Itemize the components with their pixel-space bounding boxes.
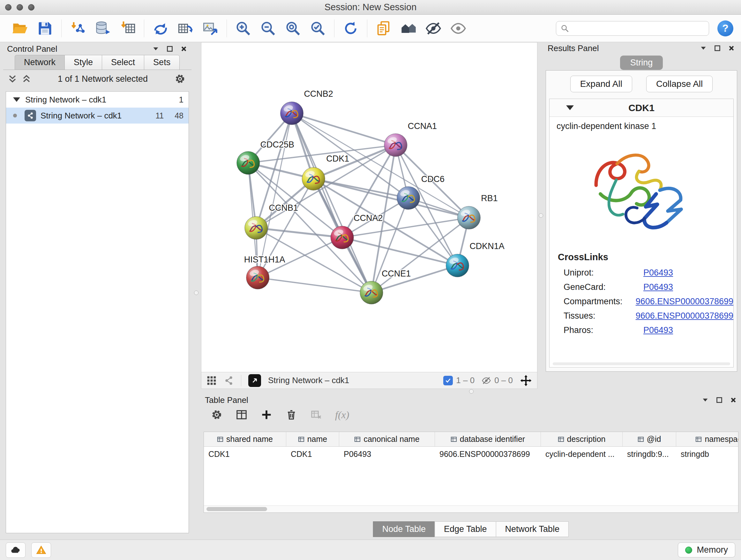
results-horizontal-scrollbar[interactable] <box>553 362 730 365</box>
open-session-button[interactable] <box>10 18 30 38</box>
crosslink-link[interactable]: P06493 <box>643 325 673 335</box>
edge-HIST1H1A-CCNE1[interactable] <box>258 278 372 293</box>
table-row[interactable]: CDK1CDK1P064939606.ENSP00000378699cyclin… <box>204 447 738 461</box>
panel-float-icon[interactable] <box>716 396 723 404</box>
clear-table-icon[interactable] <box>310 409 322 421</box>
zoom-fit-button[interactable] <box>282 18 304 38</box>
column-header-description[interactable]: description <box>541 432 623 446</box>
birds-eye-move-icon[interactable] <box>520 374 532 387</box>
zoom-out-button[interactable] <box>258 18 279 38</box>
network-canvas[interactable]: CCNB2CCNA1CDC25BCDK1CDC6RB1CCNB1CCNA2CDK… <box>201 42 537 372</box>
panel-close-icon[interactable] <box>728 44 735 52</box>
column-header-database-identifier[interactable]: database identifier <box>435 432 541 446</box>
panel-float-icon[interactable] <box>166 45 174 53</box>
splitter-handle[interactable] <box>539 213 543 218</box>
warnings-button[interactable] <box>31 543 51 558</box>
share-view-icon[interactable] <box>224 375 234 386</box>
select-columns-icon[interactable] <box>235 409 248 421</box>
refresh-layout-button[interactable] <box>340 18 361 38</box>
scrollbar-thumb[interactable] <box>206 507 267 511</box>
network-node-CDC25B[interactable] <box>237 151 260 174</box>
tab-style[interactable]: Style <box>64 55 102 70</box>
open-external-button[interactable] <box>248 374 261 387</box>
panel-menu-icon[interactable] <box>701 396 709 404</box>
splitter-handle[interactable] <box>469 389 474 394</box>
cloud-status-button[interactable] <box>6 543 25 558</box>
tab-node-table[interactable]: Node Table <box>373 521 435 537</box>
network-node-RB1[interactable] <box>457 206 480 229</box>
edge-CCNB2-RB1[interactable] <box>292 113 469 218</box>
network-node-CCNB2[interactable] <box>280 102 304 125</box>
network-collection-row[interactable]: String Network – cdk1 1 <box>6 91 189 108</box>
edge-CCNB2-CCNA1[interactable] <box>292 113 395 145</box>
function-builder-icon[interactable]: f(x) <box>335 409 349 421</box>
panel-float-icon[interactable] <box>714 44 721 52</box>
column-header-shared-name[interactable]: shared name <box>204 432 286 446</box>
show-all-button[interactable] <box>448 18 469 38</box>
home-button[interactable] <box>398 18 419 38</box>
network-row-selected[interactable]: String Network – cdk1 11 48 <box>6 108 189 124</box>
memory-button[interactable]: Memory <box>678 543 735 557</box>
panel-menu-icon[interactable] <box>699 44 707 52</box>
crosslink-link[interactable]: P06493 <box>643 282 673 292</box>
crosslink-link[interactable]: 9606.ENSP00000378699 <box>636 297 733 307</box>
hidden-eye-slash-icon[interactable] <box>482 376 491 385</box>
gene-card-header[interactable]: CDK1 <box>549 99 733 117</box>
zoom-selected-button[interactable] <box>307 18 328 38</box>
network-node-CCNA1[interactable] <box>384 133 407 157</box>
collapse-gene-icon[interactable] <box>566 105 574 110</box>
grid-view-icon[interactable] <box>206 375 217 386</box>
import-table-from-file-button[interactable] <box>117 18 138 38</box>
delete-column-icon[interactable] <box>285 409 297 421</box>
column-header-canonical-name[interactable]: canonical name <box>339 432 435 446</box>
edge-CCNB2-HIST1H1A[interactable] <box>258 113 292 278</box>
edge-CCNB1-CCNA2[interactable] <box>256 228 342 238</box>
document-copy-button[interactable] <box>373 18 394 38</box>
hide-selected-button[interactable] <box>423 18 444 38</box>
network-node-CDC6[interactable] <box>397 186 420 209</box>
tab-network[interactable]: Network <box>15 55 65 70</box>
tree-expand-icon[interactable] <box>13 98 20 102</box>
network-node-CCNB1[interactable] <box>245 216 268 240</box>
expand-all-icon[interactable] <box>22 74 31 84</box>
table-horizontal-scrollbar[interactable] <box>204 505 738 512</box>
zoom-in-button[interactable] <box>232 18 254 38</box>
help-button[interactable]: ? <box>718 20 733 37</box>
column-header-name[interactable]: name <box>286 432 339 446</box>
network-node-CDK1[interactable] <box>302 167 325 190</box>
crosslink-row: GeneCard:P06493 <box>549 280 733 294</box>
search-input[interactable] <box>556 21 709 36</box>
network-node-CCNE1[interactable] <box>360 281 383 304</box>
edge-CCNB2-CCNE1[interactable] <box>292 113 372 293</box>
network-node-CDKN1A[interactable] <box>446 254 469 277</box>
import-network-from-database-button[interactable] <box>92 18 113 38</box>
save-session-button[interactable] <box>35 18 56 38</box>
table-cell: stringdb <box>676 449 738 459</box>
crosslink-link[interactable]: P06493 <box>643 268 673 278</box>
gear-icon[interactable] <box>211 409 223 421</box>
gear-icon[interactable] <box>174 73 186 84</box>
import-network-from-file-button[interactable] <box>67 18 88 38</box>
collapse-all-icon[interactable] <box>8 74 17 84</box>
tab-select[interactable]: Select <box>102 55 144 70</box>
column-header-namespace[interactable]: namespace <box>676 432 738 446</box>
network-node-HIST1H1A[interactable] <box>246 266 269 289</box>
new-network-from-selection-button[interactable] <box>150 18 171 38</box>
network-node-CCNA2[interactable] <box>331 226 354 249</box>
crosslink-link[interactable]: 9606.ENSP00000378699 <box>636 311 733 321</box>
new-table-from-selection-button[interactable] <box>175 18 196 38</box>
export-image-button[interactable] <box>200 18 221 38</box>
panel-menu-icon[interactable] <box>152 45 159 53</box>
column-header--id[interactable]: @id <box>623 432 676 446</box>
tab-sets[interactable]: Sets <box>144 55 180 70</box>
splitter-handle[interactable] <box>194 291 199 295</box>
add-column-icon[interactable] <box>260 409 273 421</box>
panel-close-icon[interactable] <box>730 396 737 404</box>
selected-checkbox-icon[interactable] <box>443 376 453 385</box>
tab-network-table[interactable]: Network Table <box>496 521 569 537</box>
tab-edge-table[interactable]: Edge Table <box>434 521 496 537</box>
tab-string[interactable]: String <box>620 56 663 70</box>
panel-close-icon[interactable] <box>180 45 188 53</box>
collapse-all-button[interactable]: Collapse All <box>646 76 713 92</box>
expand-all-button[interactable]: Expand All <box>570 76 632 92</box>
